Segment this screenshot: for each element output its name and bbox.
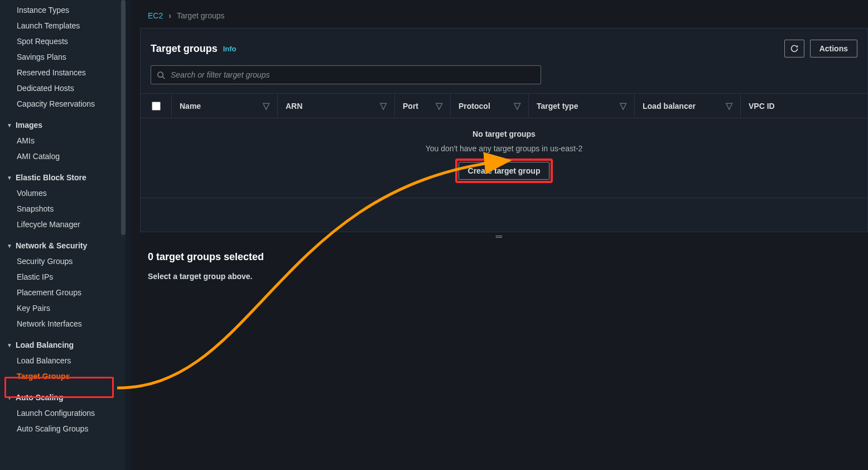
sort-icon: ▽ — [380, 103, 387, 109]
sidebar-group-label: Auto Scaling — [16, 393, 64, 402]
sidebar-item-instance-types[interactable]: Instance Types — [0, 2, 126, 18]
sidebar-item-launch-templates[interactable]: Launch Templates — [0, 18, 126, 33]
column-label: Port — [403, 102, 418, 111]
actions-button[interactable]: Actions — [810, 40, 857, 57]
detail-message: Select a target group above. — [148, 272, 851, 281]
sort-icon: ▽ — [620, 103, 626, 109]
sort-icon: ▽ — [726, 103, 732, 109]
chevron-right-icon: › — [168, 11, 171, 20]
column-header-load-balancer[interactable]: Load balancer▽ — [635, 94, 741, 118]
sidebar-item-spot-requests[interactable]: Spot Requests — [0, 33, 126, 49]
create-target-group-button[interactable]: Create target group — [459, 162, 550, 180]
search-icon — [157, 71, 165, 79]
target-groups-panel: Target groups Info Actions — [140, 28, 868, 232]
sidebar: Instance Types Launch Templates Spot Req… — [0, 0, 126, 470]
panel-title: Target groups — [151, 43, 218, 55]
sidebar-item-placement-groups[interactable]: Placement Groups — [0, 285, 126, 300]
sidebar-item-dedicated-hosts[interactable]: Dedicated Hosts — [0, 80, 126, 96]
sidebar-item-capacity-reservations[interactable]: Capacity Reservations — [0, 96, 126, 112]
column-header-name[interactable]: Name▽ — [172, 94, 278, 118]
empty-state: No target groups You don't have any targ… — [141, 118, 867, 198]
column-header-port[interactable]: Port▽ — [395, 94, 451, 118]
svg-point-0 — [158, 71, 163, 76]
column-header-vpc-id[interactable]: VPC ID — [741, 94, 867, 118]
sidebar-item-savings-plans[interactable]: Savings Plans — [0, 49, 126, 65]
column-label: Protocol — [459, 102, 490, 111]
main-content: EC2 › Target groups Target groups Info A… — [131, 0, 868, 470]
actions-button-label: Actions — [819, 44, 848, 53]
sidebar-scrollbar[interactable] — [121, 0, 126, 235]
detail-title: 0 target groups selected — [148, 251, 851, 263]
caret-down-icon: ▼ — [7, 342, 12, 348]
pane-splitter[interactable]: ═ — [131, 232, 868, 241]
sidebar-group-label: Load Balancing — [16, 340, 74, 349]
caret-down-icon: ▼ — [7, 122, 12, 128]
sidebar-item-lifecycle-manager[interactable]: Lifecycle Manager — [0, 217, 126, 232]
sidebar-group-label: Network & Security — [16, 241, 87, 250]
caret-down-icon: ▼ — [7, 395, 12, 401]
sidebar-group-label: Images — [16, 121, 42, 130]
caret-down-icon: ▼ — [7, 175, 12, 181]
detail-panel: 0 target groups selected Select a target… — [131, 241, 868, 291]
sidebar-item-key-pairs[interactable]: Key Pairs — [0, 300, 126, 316]
refresh-button[interactable] — [784, 40, 804, 57]
empty-title: No target groups — [472, 130, 536, 138]
svg-line-1 — [162, 76, 165, 79]
sidebar-item-auto-scaling-groups[interactable]: Auto Scaling Groups — [0, 421, 126, 437]
sidebar-group-label: Elastic Block Store — [16, 173, 86, 182]
column-label: Target type — [537, 102, 578, 111]
breadcrumb: EC2 › Target groups — [131, 0, 868, 28]
empty-subtitle: You don't have any target groups in us-e… — [426, 144, 583, 153]
table-header-row: Name▽ ARN▽ Port▽ Protocol▽ Target type▽ … — [141, 94, 867, 118]
info-link[interactable]: Info — [223, 45, 237, 53]
sidebar-item-load-balancers[interactable]: Load Balancers — [0, 353, 126, 368]
sidebar-group-auto-scaling[interactable]: ▼ Auto Scaling — [0, 390, 126, 405]
sidebar-group-load-balancing[interactable]: ▼ Load Balancing — [0, 337, 126, 353]
sidebar-item-security-groups[interactable]: Security Groups — [0, 253, 126, 269]
sort-icon: ▽ — [263, 103, 269, 109]
column-header-arn[interactable]: ARN▽ — [278, 94, 395, 118]
sidebar-item-volumes[interactable]: Volumes — [0, 185, 126, 201]
search-input[interactable] — [171, 70, 535, 79]
sidebar-item-snapshots[interactable]: Snapshots — [0, 201, 126, 217]
column-header-protocol[interactable]: Protocol▽ — [451, 94, 529, 118]
sidebar-item-target-groups[interactable]: Target Groups — [0, 368, 126, 384]
refresh-icon — [790, 44, 799, 53]
sort-icon: ▽ — [436, 103, 442, 109]
sidebar-item-amis[interactable]: AMIs — [0, 133, 126, 148]
breadcrumb-root[interactable]: EC2 — [148, 11, 163, 20]
sidebar-item-launch-configurations[interactable]: Launch Configurations — [0, 405, 126, 421]
sidebar-item-network-interfaces[interactable]: Network Interfaces — [0, 316, 126, 332]
column-label: ARN — [286, 102, 302, 111]
sidebar-item-reserved-instances[interactable]: Reserved Instances — [0, 65, 126, 80]
target-groups-table: Name▽ ARN▽ Port▽ Protocol▽ Target type▽ … — [141, 93, 867, 198]
caret-down-icon: ▼ — [7, 243, 12, 249]
column-header-target-type[interactable]: Target type▽ — [529, 94, 635, 118]
breadcrumb-current: Target groups — [177, 11, 225, 20]
select-all-checkbox[interactable] — [152, 102, 161, 111]
sidebar-item-elastic-ips[interactable]: Elastic IPs — [0, 269, 126, 285]
sort-icon: ▽ — [514, 103, 520, 109]
column-label: Name — [180, 102, 201, 111]
column-label: Load balancer — [643, 102, 696, 111]
sidebar-item-ami-catalog[interactable]: AMI Catalog — [0, 148, 126, 164]
sidebar-group-ebs[interactable]: ▼ Elastic Block Store — [0, 170, 126, 185]
select-all-checkbox-cell — [141, 94, 172, 118]
sidebar-group-network-security[interactable]: ▼ Network & Security — [0, 238, 126, 253]
create-button-label: Create target group — [468, 166, 541, 175]
column-label: VPC ID — [749, 102, 775, 111]
sidebar-group-images[interactable]: ▼ Images — [0, 117, 126, 133]
search-box[interactable] — [151, 65, 541, 84]
